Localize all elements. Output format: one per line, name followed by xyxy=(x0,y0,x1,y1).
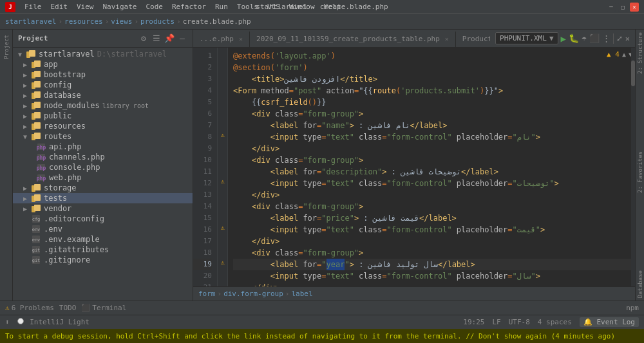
code-line-7: <label for="name"> : نام فاشين</label> xyxy=(233,120,635,131)
tree-item-routes[interactable]: ▼ routes xyxy=(13,131,193,142)
menu-edit[interactable]: Edit xyxy=(47,1,72,12)
tab-close-migration[interactable]: ✕ xyxy=(445,35,449,42)
tree-item-web-php[interactable]: php web.php xyxy=(13,172,193,183)
run-button[interactable]: ▶ xyxy=(561,33,566,44)
tree-item-app[interactable]: ▶ app xyxy=(13,59,193,70)
tree-item-public[interactable]: ▶ public xyxy=(13,111,193,121)
menu-run[interactable]: Run xyxy=(211,1,232,12)
coverage-button[interactable]: ☂ xyxy=(582,33,587,43)
tree-item-tests[interactable]: ▶ tests xyxy=(13,193,193,203)
theme-indicator[interactable]: IntelliJ Light xyxy=(17,318,90,326)
structure-panel-tab[interactable]: 2: Structure xyxy=(636,30,644,77)
breadcrumb-part-4[interactable]: create.blade.php xyxy=(183,17,251,26)
encoding[interactable]: UTF-8 xyxy=(509,318,530,326)
indent[interactable]: 4 spaces xyxy=(538,318,572,326)
code-content[interactable]: @extends('layout.app') @section('form') … xyxy=(228,48,635,286)
tree-item-database[interactable]: ▶ database xyxy=(13,90,193,100)
code-line-1: @extends('layout.app') xyxy=(233,50,635,62)
pin-icon[interactable]: 📌 xyxy=(164,33,175,44)
svg-rect-3 xyxy=(34,60,41,67)
editor-breadcrumb-sep-0: › xyxy=(218,290,222,298)
breadcrumb-part-1[interactable]: resources xyxy=(64,17,103,26)
menu-navigate[interactable]: Navigate xyxy=(99,1,141,12)
settings-icon[interactable]: ⚙ xyxy=(138,33,149,44)
event-log-button[interactable]: 🔔 Event Log xyxy=(580,317,639,327)
menu-view[interactable]: View xyxy=(73,1,98,12)
tree-item-node-modules[interactable]: ▶ node_modules library root xyxy=(13,100,193,111)
editor-area: ...e.php ✕ 2020_09_11_101359_create_prod… xyxy=(193,30,635,301)
tree-item-bootstrap[interactable]: ▶ bootstrap xyxy=(13,70,193,80)
code-line-12: <input type="text" class="form-control" … xyxy=(233,178,635,189)
tree-item-channels-php[interactable]: php channels.php xyxy=(13,152,193,162)
layout-icon[interactable]: ☰ xyxy=(151,33,162,44)
close-editor-button[interactable]: ✕ xyxy=(625,34,630,43)
tree-label-channels-php: channels.php xyxy=(49,153,105,162)
favorites-panel-tab[interactable]: 2: Favorites xyxy=(636,149,644,196)
tree-label-config: config xyxy=(44,80,71,89)
notification-bar: To start a debug session, hold Ctrl+Shif… xyxy=(0,329,644,343)
warning-up-arrow[interactable]: ▲ xyxy=(622,51,626,58)
code-line-13: </div> xyxy=(233,189,635,201)
editor-breadcrumb-part-2[interactable]: label xyxy=(291,290,312,298)
code-line-9: </div> xyxy=(233,143,635,154)
tree-item-env-example[interactable]: env .env.example xyxy=(13,234,193,245)
tree-item-config[interactable]: ▶ config xyxy=(13,80,193,90)
tree-item-vendor[interactable]: ▶ vendor xyxy=(13,203,193,214)
menu-code[interactable]: Code xyxy=(142,1,167,12)
code-line-15: <label for="price"> : قيمت فاشين</label> xyxy=(233,212,635,224)
vertical-scrollbar[interactable] xyxy=(631,48,635,286)
debug-button[interactable]: 🐛 xyxy=(569,33,579,43)
maximize-button[interactable]: □ xyxy=(618,3,627,12)
window-title: startlaravel - create.blade.php xyxy=(256,3,388,11)
project-tab[interactable]: Project xyxy=(2,32,11,62)
tree-item-env[interactable]: env .env xyxy=(13,224,193,234)
minimize-button[interactable]: ─ xyxy=(607,3,616,12)
code-line-18: <div class="form-group"> xyxy=(233,247,635,259)
tree-item-startlaravel[interactable]: ▼ startlaravel D:\startlaravel xyxy=(13,49,193,59)
menu-refactor[interactable]: Refactor xyxy=(168,1,210,12)
database-panel-tab[interactable]: Database xyxy=(636,268,644,301)
tree-item-gitattributes[interactable]: git .gitattributes xyxy=(13,245,193,255)
collapse-icon[interactable]: – xyxy=(177,33,187,44)
phpunit-badge[interactable]: PHPUNIT.XML ▼ xyxy=(495,32,558,44)
tree-item-storage[interactable]: ▶ storage xyxy=(13,183,193,193)
tree-item-console-php[interactable]: php console.php xyxy=(13,162,193,172)
more-run-button[interactable]: ⋮ xyxy=(602,33,611,43)
tab-controller[interactable]: ProductController.php ✕ xyxy=(456,32,490,47)
breadcrumb-part-2[interactable]: views xyxy=(111,17,132,26)
svg-rect-17 xyxy=(34,133,41,139)
expand-editor-button[interactable]: ⤢ xyxy=(616,34,623,43)
svg-text:php: php xyxy=(37,145,46,151)
svg-text:cfg: cfg xyxy=(32,217,41,222)
phpunit-dropdown-icon[interactable]: ▼ xyxy=(549,34,554,42)
tree-item-resources[interactable]: ▶ resources xyxy=(13,121,193,131)
svg-rect-29 xyxy=(34,194,41,201)
stop-button[interactable]: ⬛ xyxy=(589,33,600,43)
npm-tab[interactable]: npm xyxy=(626,304,639,312)
tree-item-editorconfig[interactable]: cfg .editorconfig xyxy=(13,214,193,224)
menu-file[interactable]: File xyxy=(21,1,46,12)
close-button[interactable]: ✕ xyxy=(630,3,639,12)
terminal-tab[interactable]: ⬛ Terminal xyxy=(81,304,126,312)
breadcrumb-part-3[interactable]: products xyxy=(140,17,175,26)
tree-item-gitignore[interactable]: git .gitignore xyxy=(13,255,193,265)
problems-tab[interactable]: ⚠ 6 Problems xyxy=(5,304,54,312)
todo-tab[interactable]: TODO xyxy=(59,304,77,312)
line-ending[interactable]: LF xyxy=(492,318,500,326)
editor-breadcrumb-part-1[interactable]: div.form-group xyxy=(223,290,283,298)
tab-close-e-php[interactable]: ✕ xyxy=(239,35,243,42)
code-line-5: {{csrf_field()}} xyxy=(233,97,635,108)
svg-text:env: env xyxy=(32,227,41,232)
tab-e-php[interactable]: ...e.php ✕ xyxy=(193,32,250,47)
breadcrumb-part-0[interactable]: startlaravel xyxy=(5,17,56,26)
vcs-icon: ⬆ xyxy=(5,318,10,326)
code-line-6: <div class="form-group"> xyxy=(233,108,635,120)
tab-bar: ...e.php ✕ 2020_09_11_101359_create_prod… xyxy=(193,30,490,48)
tree-label-env-example: .env.example xyxy=(44,235,100,244)
editor-breadcrumb-part-0[interactable]: form xyxy=(198,290,216,298)
svg-rect-7 xyxy=(34,81,41,88)
tab-migration[interactable]: 2020_09_11_101359_create_products_table.… xyxy=(250,32,456,47)
tree-item-api-php[interactable]: php api.php xyxy=(13,142,193,152)
code-editor[interactable]: 1 2 3 4 5 6 7 8 9 10 11 12 13 14 xyxy=(193,48,635,286)
tab-label-controller: ProductController.php xyxy=(462,35,490,43)
